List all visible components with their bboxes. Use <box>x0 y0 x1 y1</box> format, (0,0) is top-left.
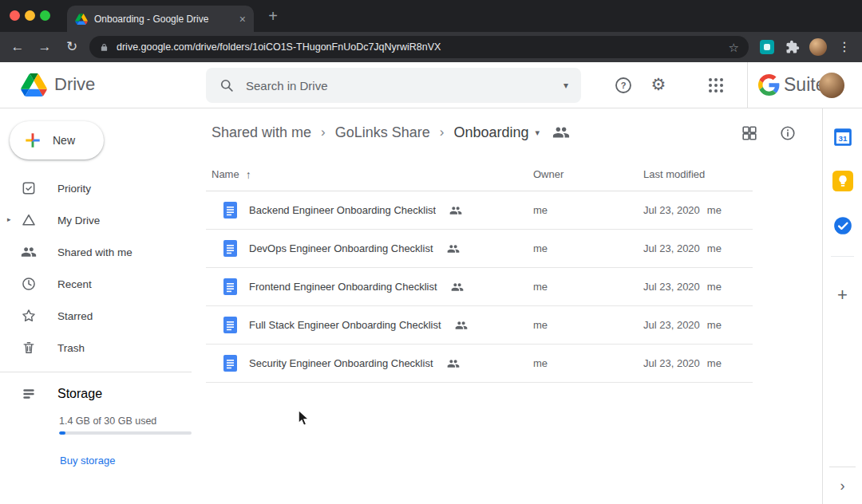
storage-usage-text: 1.4 GB of 30 GB used <box>59 415 156 427</box>
breadcrumb-golinks-share[interactable]: GoLinks Share <box>335 124 430 141</box>
breadcrumb-current-folder[interactable]: Onboarding <box>453 124 528 141</box>
extension-icon[interactable] <box>760 40 774 54</box>
calendar-icon[interactable]: 31 <box>832 127 853 148</box>
sidebar-item-label: Shared with me <box>57 246 132 258</box>
recent-clock-icon <box>21 276 37 292</box>
tasks-icon[interactable] <box>832 215 853 236</box>
rail-divider <box>831 256 854 257</box>
search-bar[interactable]: ▾ <box>206 68 581 103</box>
google-docs-icon <box>223 317 237 333</box>
search-input[interactable] <box>246 79 552 93</box>
folder-menu-caret-icon[interactable]: ▾ <box>536 128 540 138</box>
reload-button[interactable]: ↻ <box>62 37 81 57</box>
keep-icon[interactable] <box>832 171 853 191</box>
drive-favicon <box>75 14 88 25</box>
file-owner: me <box>533 281 643 293</box>
file-row[interactable]: Backend Engineer Onboarding Checklist me… <box>206 191 753 230</box>
forward-button[interactable]: → <box>35 37 54 57</box>
sidebar-item-my-drive[interactable]: ▸ My Drive <box>0 204 192 236</box>
tab-close-icon[interactable]: × <box>239 14 246 25</box>
file-name-cell: Frontend Engineer Onboarding Checklist <box>206 278 533 295</box>
google-g-logo <box>758 74 780 96</box>
shared-people-icon <box>447 357 460 370</box>
column-name-label: Name <box>212 168 239 180</box>
new-button[interactable]: New <box>10 121 104 159</box>
modified-date: Jul 23, 2020 <box>643 204 700 216</box>
breadcrumb-shared-with-me[interactable]: Shared with me <box>212 124 311 141</box>
breadcrumb-separator-icon: › <box>321 124 326 140</box>
window-close-button[interactable] <box>10 10 20 21</box>
account-avatar[interactable] <box>819 73 844 98</box>
file-row[interactable]: DevOps Engineer Onboarding Checklist me … <box>206 230 753 268</box>
folder-shared-icon <box>552 124 570 141</box>
side-panel-collapse-icon[interactable]: › <box>840 478 845 494</box>
buy-storage-link[interactable]: Buy storage <box>60 455 115 467</box>
sidebar-item-priority[interactable]: Priority <box>0 172 192 204</box>
column-header-owner: Owner <box>533 168 643 180</box>
svg-text:?: ? <box>621 81 627 90</box>
storage-progress-fill <box>59 431 65 435</box>
url-input[interactable] <box>117 41 722 53</box>
expand-caret-icon[interactable]: ▸ <box>7 215 11 223</box>
sidebar-item-storage[interactable]: Storage <box>0 378 192 410</box>
sidebar-item-shared-with-me[interactable]: Shared with me <box>0 236 192 268</box>
file-name-cell: Full Stack Engineer Onboarding Checklist <box>206 317 533 333</box>
browser-profile-avatar[interactable] <box>809 38 827 56</box>
modified-by: me <box>707 319 722 331</box>
sidebar-item-label: Recent <box>57 278 92 290</box>
address-bar[interactable]: ☆ <box>89 36 749 58</box>
sort-asc-icon[interactable]: ↑ <box>246 168 251 181</box>
modified-date: Jul 23, 2020 <box>643 319 700 331</box>
trash-icon <box>21 340 37 356</box>
rail-divider <box>829 467 856 467</box>
window-minimize-button[interactable] <box>25 10 35 21</box>
grid-view-toggle-icon[interactable] <box>741 124 758 142</box>
shared-people-icon <box>451 281 464 293</box>
shared-people-icon <box>449 204 462 217</box>
info-icon[interactable] <box>779 124 797 142</box>
new-tab-button[interactable]: + <box>263 6 283 26</box>
search-options-caret-icon[interactable]: ▾ <box>563 80 568 91</box>
file-row[interactable]: Frontend Engineer Onboarding Checklist m… <box>206 268 753 306</box>
browser-tab[interactable]: Onboarding - Google Drive × <box>67 6 254 32</box>
file-modified-cell: Jul 23, 2020 me <box>643 357 753 369</box>
bookmark-star-icon[interactable]: ☆ <box>729 41 739 53</box>
shared-with-me-icon <box>21 244 37 260</box>
modified-by: me <box>707 357 722 369</box>
column-header-name[interactable]: Name ↑ <box>206 168 533 181</box>
file-modified-cell: Jul 23, 2020 me <box>643 242 753 254</box>
side-panel-rail: 31 + › <box>822 108 862 504</box>
window-zoom-button[interactable] <box>40 10 50 21</box>
modified-by: me <box>707 204 722 216</box>
file-owner: me <box>533 242 643 254</box>
shared-people-icon <box>447 242 460 255</box>
settings-gear-icon[interactable]: ⚙ <box>649 74 668 93</box>
file-row[interactable]: Security Engineer Onboarding Checklist m… <box>206 345 753 383</box>
new-button-label: New <box>53 134 75 147</box>
search-icon[interactable] <box>219 77 235 93</box>
back-button[interactable]: ← <box>8 37 27 57</box>
gsuite-logo: Suite <box>747 62 825 108</box>
shared-people-icon <box>455 319 468 332</box>
sidebar-item-starred[interactable]: Starred <box>0 300 192 332</box>
storage-progress-bar <box>59 431 192 435</box>
extensions-puzzle-icon[interactable] <box>785 40 800 54</box>
sidebar-item-label: Starred <box>57 310 93 322</box>
drive-logo[interactable] <box>21 73 47 96</box>
file-modified-cell: Jul 23, 2020 me <box>643 281 753 293</box>
sidebar-item-recent[interactable]: Recent <box>0 268 192 300</box>
browser-menu-icon[interactable]: ⋮ <box>836 37 852 57</box>
get-addons-button[interactable]: + <box>837 285 848 305</box>
file-row[interactable]: Full Stack Engineer Onboarding Checklist… <box>206 306 753 345</box>
help-icon[interactable]: ? <box>614 76 633 95</box>
app-name[interactable]: Drive <box>54 74 95 95</box>
priority-icon <box>21 180 37 196</box>
sidebar-item-trash[interactable]: Trash <box>0 332 192 364</box>
google-docs-icon <box>223 240 237 257</box>
starred-icon <box>21 308 37 324</box>
file-name-cell: Security Engineer Onboarding Checklist <box>206 355 533 372</box>
breadcrumb: Shared with me › GoLinks Share › Onboard… <box>212 124 570 141</box>
file-owner: me <box>533 319 643 331</box>
modified-by: me <box>707 242 722 254</box>
google-apps-grid-icon[interactable] <box>706 76 726 95</box>
